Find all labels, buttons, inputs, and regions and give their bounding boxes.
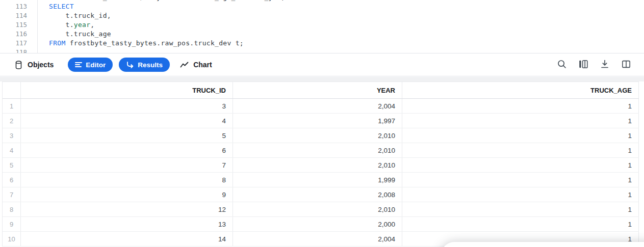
cell-truck-id[interactable]: 8 — [21, 173, 233, 187]
code-text: t.year, — [49, 20, 94, 30]
table-row: 572,0101 — [3, 158, 639, 173]
row-number-cell[interactable]: 5 — [3, 158, 21, 172]
code-text: SELECT — [49, 2, 74, 11]
table-row: 241,9971 — [3, 114, 639, 128]
split-panel-button[interactable] — [620, 58, 633, 71]
database-icon — [14, 60, 23, 70]
line-number: 114 — [0, 11, 27, 20]
search-icon — [557, 59, 567, 71]
cell-truck-id[interactable]: 3 — [21, 99, 233, 113]
cell-truck-id[interactable]: 4 — [21, 114, 233, 128]
toolbar-table-gap — [0, 77, 644, 81]
cell-truck-age[interactable]: 1 — [402, 128, 639, 143]
code-token: , — [90, 21, 94, 29]
code-line-118[interactable]: 118 — [0, 48, 644, 53]
cell-year[interactable]: 2,004 — [233, 99, 402, 113]
sql-editor[interactable]: (YEAR(CURRENT_DATE()) / t.year) AS truck… — [0, 0, 644, 53]
code-line-117[interactable]: 117FROM frostbyte_tasty_bytes.raw_pos.tr… — [0, 39, 644, 48]
code-text: t.truck_age — [49, 30, 111, 39]
cell-truck-age[interactable]: 1 — [402, 158, 639, 172]
download-icon — [600, 59, 610, 71]
code-line-115[interactable]: 115 t.year, — [0, 20, 644, 30]
editor-tab-button[interactable]: Editor — [68, 58, 113, 72]
code-token: t. — [49, 21, 74, 29]
code-token: t.truck_age — [49, 30, 111, 38]
cell-truck-age[interactable]: 1 — [402, 217, 639, 231]
table-row: 132,0041 — [3, 99, 639, 114]
row-number-cell[interactable]: 9 — [3, 217, 21, 231]
code-token: (YEAR(CURRENT_DATE()) / t.year) AS truck… — [49, 0, 285, 1]
table-row: 681,9991 — [3, 173, 639, 187]
row-number-cell[interactable]: 6 — [3, 173, 21, 187]
download-button[interactable] — [598, 58, 611, 71]
editor-tab-label: Editor — [86, 61, 106, 69]
cell-truck-id[interactable]: 12 — [21, 202, 233, 216]
code-token: FROM — [49, 39, 66, 47]
search-button[interactable] — [555, 58, 569, 71]
code-text: t.truck_id, — [49, 11, 111, 20]
cell-truck-id[interactable]: 13 — [21, 217, 233, 231]
code-token: frostbyte_tasty_bytes.raw_pos.truck_dev … — [66, 39, 244, 47]
cell-truck-id[interactable]: 7 — [21, 158, 233, 172]
line-number: 115 — [0, 20, 27, 30]
table-header-row: TRUCK_IDYEARTRUCK_AGE — [3, 82, 639, 99]
cell-truck-age[interactable]: 1 — [402, 99, 639, 113]
code-line-114[interactable]: 114 t.truck_id, — [0, 11, 644, 20]
row-number-cell[interactable]: 1 — [3, 99, 21, 113]
line-number: 118 — [0, 48, 27, 53]
results-panel: TRUCK_IDYEARTRUCK_AGE132,0041241,9971352… — [0, 81, 644, 247]
worksheet-page: (YEAR(CURRENT_DATE()) / t.year) AS truck… — [0, 0, 644, 247]
floating-widget-shadow — [441, 242, 644, 247]
table-row: 352,0101 — [3, 128, 639, 143]
cell-year[interactable]: 1,999 — [233, 173, 402, 187]
cell-truck-id[interactable]: 9 — [21, 187, 233, 202]
cell-truck-age[interactable]: 1 — [402, 114, 639, 128]
columns-button[interactable] — [577, 58, 590, 71]
code-line-113[interactable]: 113SELECT — [0, 2, 644, 11]
code-line-116[interactable]: 116 t.truck_age — [0, 30, 644, 39]
cell-year[interactable]: 2,010 — [233, 143, 402, 157]
editor-lines-icon — [75, 61, 82, 68]
column-header-truck-age[interactable]: TRUCK_AGE — [402, 82, 639, 98]
cell-truck-age[interactable]: 1 — [402, 202, 639, 216]
cell-year[interactable]: 2,000 — [233, 217, 402, 231]
cell-year[interactable]: 2,008 — [233, 187, 402, 202]
results-table: TRUCK_IDYEARTRUCK_AGE132,0041241,9971352… — [2, 81, 639, 246]
row-number-cell[interactable]: 4 — [3, 143, 21, 157]
cell-truck-age[interactable]: 1 — [402, 173, 639, 187]
objects-label: Objects — [28, 61, 54, 69]
cell-year[interactable]: 2,010 — [233, 158, 402, 172]
cell-truck-id[interactable]: 14 — [21, 232, 233, 246]
cell-truck-age[interactable]: 1 — [402, 143, 639, 157]
row-number-cell[interactable]: 3 — [3, 128, 21, 143]
code-token: SELECT — [49, 3, 74, 10]
chart-tab-button[interactable]: Chart — [180, 61, 212, 69]
line-chart-icon — [180, 62, 189, 68]
cell-truck-age[interactable]: 1 — [402, 187, 639, 202]
row-number-cell[interactable]: 8 — [3, 202, 21, 216]
cell-year[interactable]: 2,010 — [233, 202, 402, 216]
cell-truck-id[interactable]: 6 — [21, 143, 233, 157]
split-panel-icon — [621, 59, 631, 71]
cell-truck-id[interactable]: 5 — [21, 128, 233, 143]
line-number: 116 — [0, 30, 27, 39]
cell-year[interactable]: 2,010 — [233, 128, 402, 143]
cell-year[interactable]: 1,997 — [233, 114, 402, 128]
return-arrow-icon — [126, 61, 134, 68]
row-number-header — [3, 82, 21, 98]
row-number-cell[interactable]: 7 — [3, 187, 21, 202]
cell-year[interactable]: 2,004 — [233, 232, 402, 246]
chart-tab-label: Chart — [193, 61, 212, 69]
row-number-cell[interactable]: 2 — [3, 114, 21, 128]
results-tab-button[interactable]: Results — [119, 58, 170, 72]
column-header-truck-id[interactable]: TRUCK_ID — [21, 82, 233, 98]
column-header-year[interactable]: YEAR — [233, 82, 402, 98]
table-row: 9132,0001 — [3, 217, 639, 232]
table-row: 462,0101 — [3, 143, 639, 158]
line-number: 113 — [0, 2, 27, 11]
results-tab-label: Results — [138, 61, 163, 69]
columns-icon — [578, 59, 588, 71]
row-number-cell[interactable]: 10 — [3, 232, 21, 246]
line-number: 117 — [0, 39, 27, 48]
objects-button[interactable]: Objects — [14, 60, 54, 70]
